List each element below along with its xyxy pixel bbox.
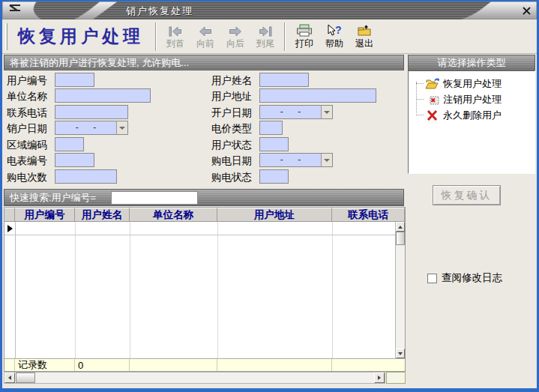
help-cursor-icon: ? <box>326 23 343 37</box>
op-restore-user[interactable]: 恢复用户处理 <box>409 76 535 91</box>
svg-text:?: ? <box>335 24 342 36</box>
description-banner: 将被注销的用户进行恢复处理, 允许购电... <box>4 55 404 70</box>
company-name-field[interactable] <box>55 88 151 103</box>
grid-horizontal-scrollbar[interactable] <box>4 372 385 384</box>
triangle-up-icon <box>398 226 403 229</box>
current-row-marker-icon <box>7 225 13 232</box>
user-name-field[interactable] <box>259 73 309 87</box>
delete-user-icon <box>425 109 440 121</box>
col-phone[interactable]: 联系电话 <box>332 208 405 222</box>
user-code-label: 用户编号 <box>7 74 47 88</box>
vertical-scroll-thumb[interactable] <box>396 232 405 245</box>
op-delete-user-label: 永久删除用户 <box>443 109 502 122</box>
price-type-field[interactable] <box>259 121 283 135</box>
col-user-name[interactable]: 用户姓名 <box>75 208 130 222</box>
record-count-value: 0 <box>75 359 130 371</box>
purchase-date-field[interactable]: - - <box>259 153 333 167</box>
first-record-label: 到首 <box>166 37 184 50</box>
ops-panel-header: 请选择操作类型 <box>408 55 535 70</box>
exit-button[interactable]: 退出 <box>349 22 379 52</box>
next-record-icon <box>228 23 243 37</box>
close-button[interactable] <box>521 5 532 16</box>
row-selector-header <box>4 208 15 222</box>
last-record-label: 到尾 <box>256 37 274 50</box>
close-date-field[interactable]: - - <box>55 121 128 135</box>
help-button[interactable]: ? 帮助 <box>319 22 349 52</box>
close-date-dropdown-button[interactable] <box>116 121 127 134</box>
page-title: 恢复用户处理 <box>18 25 144 48</box>
grid-body[interactable] <box>4 222 405 358</box>
op-delete-user[interactable]: 永久删除用户 <box>409 107 535 123</box>
op-cancel-user[interactable]: 注销用户处理 <box>409 91 535 107</box>
purchase-date-label: 购电日期 <box>211 154 252 168</box>
scroll-up-button[interactable] <box>396 222 405 232</box>
region-code-field[interactable] <box>55 137 84 151</box>
close-date-label: 销户日期 <box>7 122 47 136</box>
scroll-left-button[interactable] <box>4 373 15 383</box>
first-record-icon <box>168 23 183 37</box>
cancel-user-icon <box>425 94 440 106</box>
titlebar-decoration <box>2 1 537 19</box>
col-user-code[interactable]: 用户编号 <box>15 208 75 222</box>
horizontal-scroll-thumb[interactable] <box>16 373 35 383</box>
user-grid: 用户编号 用户姓名 单位名称 用户地址 联系电话 记录数 0 <box>4 207 406 372</box>
first-record-button[interactable]: 到首 <box>160 22 190 52</box>
user-status-field[interactable] <box>259 137 289 151</box>
prev-record-icon <box>198 23 213 37</box>
user-status-label: 用户状态 <box>211 139 252 152</box>
user-name-label: 用户姓名 <box>211 74 252 88</box>
scroll-right-button[interactable] <box>374 373 385 383</box>
restore-confirm-button[interactable]: 恢复确认 <box>433 185 501 205</box>
meter-number-field[interactable] <box>55 153 94 167</box>
open-date-dropdown-button[interactable] <box>321 106 332 118</box>
toolbar-separator <box>155 22 157 51</box>
phone-field[interactable] <box>55 105 128 119</box>
grid-vertical-scrollbar[interactable] <box>395 222 405 358</box>
last-record-icon <box>258 23 273 37</box>
triangle-down-icon <box>398 352 403 355</box>
print-button[interactable]: 打印 <box>289 22 319 52</box>
description-text: 将被注销的用户进行恢复处理, 允许购电... <box>10 56 189 70</box>
address-label: 用户地址 <box>211 90 252 103</box>
col-address[interactable]: 用户地址 <box>217 208 332 222</box>
user-code-field[interactable] <box>55 73 94 87</box>
last-record-button[interactable]: 到尾 <box>250 22 280 52</box>
open-date-label: 开户日期 <box>211 106 252 120</box>
toolbar-separator <box>284 22 286 51</box>
restore-confirm-label: 恢复确认 <box>442 189 493 202</box>
purchase-date-dropdown-button[interactable] <box>321 154 332 166</box>
op-cancel-user-label: 注销用户处理 <box>443 93 502 106</box>
region-code-label: 区域编码 <box>7 139 47 152</box>
next-record-button[interactable]: 向后 <box>220 22 250 52</box>
scrollbar-corner <box>386 372 406 384</box>
tree-guide <box>416 82 417 113</box>
toolbar-grip[interactable] <box>5 23 7 50</box>
exit-label: 退出 <box>355 37 373 50</box>
quick-search-bar: 快速搜索:用户编号= <box>4 189 404 206</box>
chevron-down-icon <box>324 159 330 162</box>
prev-record-button[interactable]: 向前 <box>190 22 220 52</box>
purchase-date-value: - - <box>260 154 321 166</box>
purchase-count-field[interactable] <box>55 169 117 184</box>
purchase-status-field[interactable] <box>259 169 289 184</box>
table-row[interactable] <box>4 222 395 235</box>
close-icon <box>523 7 531 15</box>
record-count-label: 记录数 <box>15 359 75 371</box>
prev-record-label: 向前 <box>196 37 214 50</box>
next-record-label: 向后 <box>226 37 244 50</box>
purchase-count-label: 购电次数 <box>7 171 47 184</box>
open-date-value: - - <box>260 106 321 118</box>
address-field[interactable] <box>259 88 376 103</box>
view-log-checkbox[interactable] <box>427 274 437 283</box>
window-title: 销户恢复处理 <box>126 4 193 18</box>
help-label: 帮助 <box>325 37 343 50</box>
open-date-field[interactable]: - - <box>259 105 333 119</box>
phone-label: 联系电话 <box>7 106 47 120</box>
scroll-down-button[interactable] <box>396 349 405 358</box>
triangle-right-icon <box>378 376 381 380</box>
print-label: 打印 <box>295 37 313 50</box>
triangle-left-icon <box>8 376 11 380</box>
toolbar: 恢复用户处理 到首 向前 向后 到尾 <box>2 19 537 54</box>
col-company[interactable]: 单位名称 <box>130 208 217 222</box>
quick-search-input[interactable] <box>111 191 198 205</box>
